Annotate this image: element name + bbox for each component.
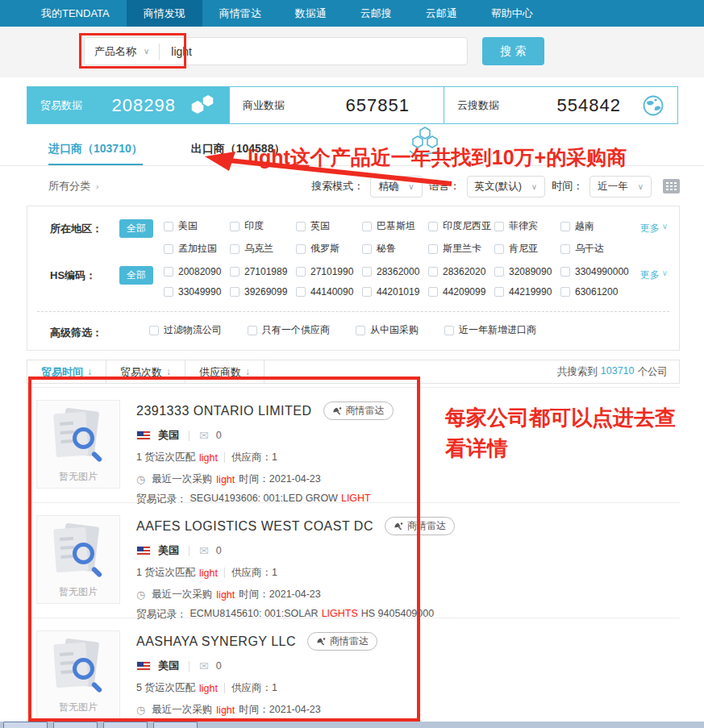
checkbox-icon[interactable] bbox=[362, 287, 372, 297]
checkbox-icon[interactable] bbox=[428, 287, 438, 297]
hs-all-button[interactable]: 全部 bbox=[119, 266, 153, 285]
advanced-checkbox[interactable]: 从中国采购 bbox=[356, 323, 419, 337]
sort-trade-count[interactable]: 贸易次数 ↓ bbox=[106, 360, 185, 384]
checkbox-icon[interactable] bbox=[296, 267, 306, 277]
region-checkbox[interactable]: 印度 bbox=[230, 219, 296, 233]
region-checkbox[interactable]: 越南 bbox=[560, 219, 627, 233]
time-select[interactable]: 近一年 ∨ bbox=[589, 176, 652, 198]
checkbox-icon[interactable] bbox=[444, 326, 454, 335]
hs-checkbox[interactable]: 28362020 bbox=[428, 266, 494, 277]
company-name[interactable]: 2391333 ONTARIO LIMITED bbox=[136, 404, 312, 418]
checkbox-icon[interactable] bbox=[494, 267, 504, 277]
checkbox-icon[interactable] bbox=[560, 287, 570, 297]
checkbox-icon[interactable] bbox=[230, 244, 240, 254]
advanced-checkbox[interactable]: 只有一个供应商 bbox=[248, 323, 330, 337]
business-radar-button[interactable]: 商情雷达 bbox=[323, 401, 394, 420]
hs-checkbox[interactable]: 44140090 bbox=[296, 286, 362, 297]
region-checkbox[interactable]: 乌干达 bbox=[560, 242, 627, 256]
checkbox-icon[interactable] bbox=[356, 326, 365, 335]
checkbox-icon[interactable] bbox=[494, 287, 504, 297]
tab-importers[interactable]: 进口商（103710） bbox=[48, 132, 143, 165]
search-button[interactable]: 搜 索 bbox=[482, 37, 544, 65]
nav-item-data-link[interactable]: 数据通 bbox=[278, 0, 344, 27]
hs-checkbox[interactable]: 44219990 bbox=[494, 286, 560, 297]
checkbox-icon[interactable] bbox=[494, 222, 504, 231]
checkbox-icon[interactable] bbox=[362, 267, 372, 277]
business-radar-button[interactable]: 商情雷达 bbox=[307, 632, 377, 651]
checkbox-icon[interactable] bbox=[560, 222, 570, 231]
checkbox-icon[interactable] bbox=[230, 222, 240, 231]
company-name[interactable]: AASHAYA SYNERGY LLC bbox=[136, 634, 296, 649]
hs-checkbox[interactable]: 27101990 bbox=[296, 266, 362, 277]
language-select[interactable]: 英文(默认) ∨ bbox=[467, 176, 546, 198]
breadcrumb-all-categories[interactable]: 所有分类 › bbox=[48, 179, 98, 193]
checkbox-icon[interactable] bbox=[362, 244, 372, 254]
nav-item-cloud-mail-link[interactable]: 云邮通 bbox=[409, 0, 474, 27]
hs-checkbox[interactable]: 27101989 bbox=[230, 266, 296, 277]
checkbox-icon[interactable] bbox=[230, 287, 240, 297]
hs-checkbox[interactable]: 33049990 bbox=[164, 286, 230, 297]
calendar-icon[interactable] bbox=[663, 179, 680, 193]
region-checkbox[interactable]: 印度尼西亚 bbox=[428, 219, 494, 233]
hs-checkbox[interactable]: 32089090 bbox=[494, 266, 560, 277]
taskbar-tab[interactable] bbox=[153, 722, 198, 728]
checkbox-icon[interactable] bbox=[362, 222, 372, 231]
hs-checkbox[interactable]: 28362000 bbox=[362, 266, 428, 277]
search-category-dropdown[interactable]: 产品名称 ∨ bbox=[85, 38, 159, 64]
company-card[interactable]: 暂无图片 AASHAYA SYNERGY LLC 商情雷达 美国 ✉ 0 5 货… bbox=[27, 618, 680, 728]
region-checkbox[interactable]: 秘鲁 bbox=[362, 242, 428, 256]
advanced-checkbox[interactable]: 过滤物流公司 bbox=[149, 323, 222, 337]
region-checkbox[interactable]: 俄罗斯 bbox=[296, 242, 362, 256]
search-mode-select[interactable]: 精确 ∨ bbox=[370, 176, 422, 198]
hs-checkbox[interactable]: 44209099 bbox=[428, 286, 494, 297]
stat-cloud-search-data[interactable]: 云搜数据 554842 bbox=[444, 87, 677, 123]
region-checkbox[interactable]: 巴基斯坦 bbox=[362, 219, 428, 233]
nav-item-business-discovery[interactable]: 商情发现 bbox=[127, 0, 202, 27]
hs-checkbox[interactable]: 44201019 bbox=[362, 286, 428, 297]
checkbox-icon[interactable] bbox=[296, 287, 306, 297]
nav-item-my-tendata[interactable]: 我的TENDATA bbox=[24, 0, 127, 27]
company-name[interactable]: AAFES LOGISTICS WEST COAST DC bbox=[136, 519, 373, 534]
taskbar-tab[interactable] bbox=[53, 722, 98, 728]
checkbox-icon[interactable] bbox=[164, 287, 173, 297]
advanced-checkbox[interactable]: 近一年新增进口商 bbox=[444, 323, 536, 337]
checkbox-icon[interactable] bbox=[230, 267, 240, 277]
region-checkbox[interactable]: 斯里兰卡 bbox=[428, 242, 494, 256]
region-checkbox[interactable]: 肯尼亚 bbox=[494, 242, 560, 256]
stat-trade-data[interactable]: 贸易数据 208298 bbox=[27, 87, 229, 123]
checkbox-icon[interactable] bbox=[560, 244, 570, 254]
hs-checkbox[interactable]: 3304990000 bbox=[560, 266, 627, 277]
checkbox-icon[interactable] bbox=[164, 222, 173, 231]
company-card[interactable]: 暂无图片 AAFES LOGISTICS WEST COAST DC 商情雷达 … bbox=[27, 503, 680, 618]
nav-item-cloud-mail-search[interactable]: 云邮搜 bbox=[344, 0, 409, 27]
checkbox-icon[interactable] bbox=[428, 244, 438, 254]
checkbox-icon[interactable] bbox=[494, 244, 504, 254]
stat-business-data[interactable]: 商业数据 657851 bbox=[229, 87, 444, 123]
checkbox-icon[interactable] bbox=[248, 326, 257, 335]
region-checkbox[interactable]: 乌克兰 bbox=[230, 242, 296, 256]
region-checkbox[interactable]: 孟加拉国 bbox=[164, 242, 230, 256]
taskbar-tab[interactable] bbox=[3, 722, 48, 728]
search-input[interactable] bbox=[160, 45, 467, 58]
sort-trade-time[interactable]: 贸易时间 ↓ bbox=[27, 360, 106, 384]
hs-more-link[interactable]: 更多 ∨ bbox=[640, 266, 668, 306]
checkbox-icon[interactable] bbox=[149, 326, 159, 335]
region-checkbox[interactable]: 英国 bbox=[296, 219, 362, 233]
nav-item-help-center[interactable]: 帮助中心 bbox=[474, 0, 550, 27]
region-checkbox[interactable]: 菲律宾 bbox=[494, 219, 560, 233]
checkbox-icon[interactable] bbox=[428, 267, 438, 277]
checkbox-icon[interactable] bbox=[560, 267, 570, 277]
hs-checkbox[interactable]: 20082090 bbox=[164, 266, 230, 277]
sort-supplier-count[interactable]: 供应商数 ↓ bbox=[185, 360, 265, 384]
checkbox-icon[interactable] bbox=[164, 244, 173, 254]
checkbox-icon[interactable] bbox=[164, 267, 173, 277]
business-radar-button[interactable]: 商情雷达 bbox=[385, 517, 455, 535]
checkbox-icon[interactable] bbox=[296, 244, 306, 254]
checkbox-icon[interactable] bbox=[296, 222, 306, 231]
region-more-link[interactable]: 更多 ∨ bbox=[640, 219, 668, 264]
taskbar-tab[interactable] bbox=[103, 722, 148, 728]
region-checkbox[interactable]: 美国 bbox=[164, 219, 230, 233]
hs-checkbox[interactable]: 63061200 bbox=[560, 286, 627, 297]
checkbox-icon[interactable] bbox=[428, 222, 438, 231]
hs-checkbox[interactable]: 39269099 bbox=[230, 286, 296, 297]
